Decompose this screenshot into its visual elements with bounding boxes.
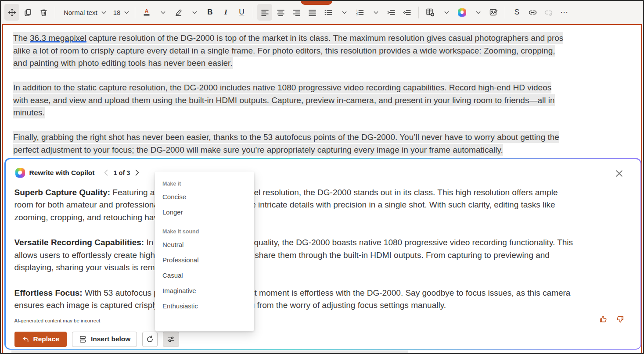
align-center-button[interactable] <box>273 4 288 21</box>
style-selector-value: Normal text <box>61 9 100 16</box>
insert-table-icon <box>426 8 435 17</box>
font-size-value: 18 <box>111 9 123 16</box>
suggestion-pager: 1 of 3 <box>103 168 140 177</box>
numbered-list-button[interactable]: 123 <box>352 4 367 21</box>
chevron-down-icon <box>161 11 165 14</box>
menu-item-enthusiastic[interactable]: Enthusiastic <box>155 298 254 314</box>
highlight-button[interactable] <box>171 4 186 21</box>
thumbs-down-button[interactable] <box>615 314 626 325</box>
bullet-list-button[interactable] <box>320 4 335 21</box>
toolbar-divider <box>505 7 505 18</box>
menu-item-concise[interactable]: Concise <box>155 189 254 204</box>
chevron-down-icon <box>101 11 106 14</box>
increase-indent-button[interactable] <box>384 4 399 21</box>
paragraph-text: perfect adjustment to your focus; the DG… <box>13 144 503 156</box>
regenerate-button[interactable] <box>142 332 158 347</box>
close-icon <box>615 170 623 177</box>
rewrite-paragraph-2: Versatile Recording Capabilities: In add… <box>14 236 630 274</box>
decrease-indent-icon <box>403 8 411 17</box>
underline-button[interactable]: U <box>234 4 249 21</box>
italic-button[interactable]: I <box>218 4 233 21</box>
justify-icon <box>308 8 317 17</box>
paragraph-text: minutes. <box>13 107 45 118</box>
copilot-icon <box>15 168 25 178</box>
menu-item-professional[interactable]: Professional <box>155 252 254 268</box>
panel-title: Rewrite with Copilot <box>29 169 95 177</box>
rewrite-paragraph-1: Superb Capture Quality: Featuring an imp… <box>14 186 630 224</box>
grammar-flagged-text[interactable]: 36.3 megapixel <box>30 33 86 43</box>
align-left-button[interactable] <box>257 4 272 21</box>
bold-icon: B <box>207 8 212 17</box>
font-color-button[interactable]: A <box>139 4 154 21</box>
replace-arrow-icon <box>22 336 29 343</box>
bullet-list-dropdown[interactable] <box>336 4 351 21</box>
copilot-dropdown[interactable] <box>470 4 485 21</box>
menu-item-longer[interactable]: Longer <box>155 204 254 220</box>
thumbs-up-button[interactable] <box>598 314 609 325</box>
next-suggestion-button[interactable] <box>134 168 140 177</box>
move-handle[interactable] <box>4 4 19 21</box>
font-size-selector[interactable]: 18 <box>109 4 131 21</box>
copilot-button[interactable] <box>454 4 469 21</box>
paragraph-text: displaying, sharing your visuals is rema… <box>14 261 630 274</box>
move-icon <box>8 8 16 17</box>
align-right-button[interactable] <box>289 4 304 21</box>
toolbar-divider <box>418 7 419 18</box>
copy-button[interactable] <box>20 4 35 21</box>
insert-table-button[interactable] <box>423 4 438 21</box>
font-color-icon: A <box>142 8 151 17</box>
chevron-down-icon <box>192 11 197 14</box>
font-color-dropdown[interactable] <box>155 4 170 21</box>
menu-item-neutral[interactable]: Neutral <box>155 237 254 252</box>
paragraph-text: In addition to the static capture resolu… <box>13 82 551 93</box>
ai-disclaimer: AI-generated content may be incorrect <box>14 318 101 323</box>
paragraph-2[interactable]: In addition to the static capture resolu… <box>13 82 555 119</box>
paragraph-text: ensures each image is captured crisply, … <box>14 299 630 312</box>
insert-table-dropdown[interactable] <box>439 4 453 21</box>
svg-text:A: A <box>145 8 149 14</box>
align-right-icon <box>292 8 301 17</box>
insert-below-icon <box>79 335 87 343</box>
numbered-list-dropdown[interactable] <box>368 4 383 21</box>
strikethrough-button[interactable]: S <box>509 4 524 21</box>
copilot-rewrite-panel: Rewrite with Copilot 1 of 3 Superb Captu… <box>4 158 641 350</box>
paragraph-3[interactable]: Finally, grabbing the right shot has nev… <box>13 131 559 156</box>
replace-button[interactable]: Replace <box>14 332 67 347</box>
regenerate-icon <box>146 335 154 343</box>
menu-item-imaginative[interactable]: Imaginative <box>155 283 254 298</box>
edit-image-button[interactable] <box>486 4 501 21</box>
italic-icon: I <box>224 8 227 17</box>
increase-indent-icon <box>387 8 396 17</box>
highlighter-icon <box>174 8 183 17</box>
close-panel-button[interactable] <box>615 169 624 178</box>
chevron-down-icon <box>342 11 347 14</box>
app-window: Normal text 18 A B I U <box>0 0 644 354</box>
insert-below-button[interactable]: Insert below <box>72 332 137 347</box>
toolbar-divider <box>253 7 253 18</box>
paragraph-1[interactable]: The 36.3 megapixel capture resolution of… <box>13 32 563 70</box>
justify-button[interactable] <box>305 4 320 21</box>
menu-group-label: Make it sound <box>155 225 254 237</box>
paragraph-text: allows users to effortlessly create high… <box>14 249 630 262</box>
delete-button[interactable] <box>36 4 51 21</box>
adjust-options-button[interactable] <box>163 332 179 347</box>
paragraph-text: zooming, cropping, and retouching have n… <box>14 211 630 224</box>
more-options-button[interactable]: ⋯ <box>557 4 572 21</box>
underline-icon: U <box>239 8 244 17</box>
menu-item-casual[interactable]: Casual <box>155 268 254 283</box>
copilot-icon <box>458 8 466 17</box>
chevron-right-icon <box>135 169 139 176</box>
copilot-rewrite-panel-inner: Rewrite with Copilot 1 of 3 Superb Captu… <box>6 159 640 349</box>
thumbs-up-icon <box>599 315 608 324</box>
block-handle-tab[interactable] <box>301 1 332 5</box>
decrease-indent-button[interactable] <box>399 4 414 21</box>
insert-link-button[interactable] <box>525 4 540 21</box>
chevron-down-icon <box>444 11 449 14</box>
rewrite-paragraph-3: Effortless Focus: With 53 autofocus poin… <box>14 287 630 312</box>
bold-button[interactable]: B <box>202 4 217 21</box>
previous-suggestion-button[interactable] <box>103 168 109 177</box>
remove-link-button[interactable] <box>541 4 556 21</box>
style-selector[interactable]: Normal text <box>59 4 108 21</box>
trash-icon <box>40 8 48 17</box>
highlight-dropdown[interactable] <box>187 4 201 21</box>
